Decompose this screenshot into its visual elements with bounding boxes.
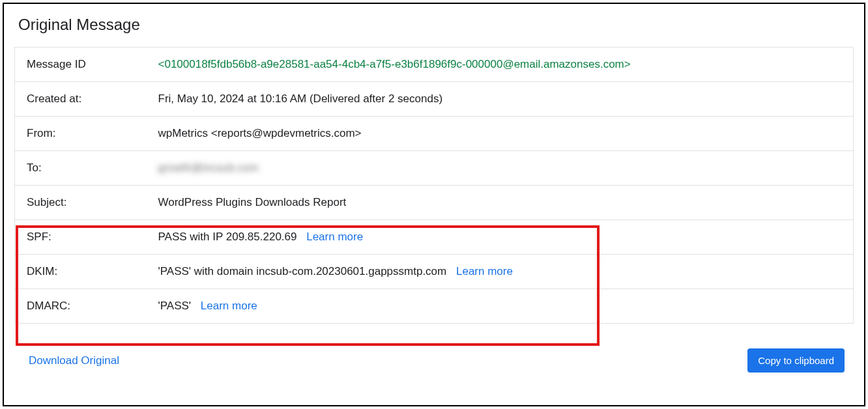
value-dkim-cell: 'PASS' with domain incsub-com.20230601.g… (158, 255, 854, 289)
value-subject: WordPress Plugins Downloads Report (158, 186, 854, 220)
label-dmarc: DMARC: (15, 289, 158, 324)
value-from: wpMetrics <reports@wpdevmetrics.com> (158, 117, 854, 151)
label-created-at: Created at: (15, 82, 158, 117)
value-dkim: 'PASS' with domain incsub-com.20230601.g… (158, 265, 447, 277)
row-spf: SPF: PASS with IP 209.85.220.69 Learn mo… (15, 220, 854, 255)
download-original-link[interactable]: Download Original (29, 354, 119, 367)
label-subject: Subject: (15, 186, 158, 220)
value-to: growth@incsub.com (158, 151, 854, 186)
label-message-id: Message ID (15, 48, 158, 82)
row-to: To: growth@incsub.com (15, 151, 854, 186)
copy-to-clipboard-button[interactable]: Copy to clipboard (747, 348, 845, 373)
learn-more-spf[interactable]: Learn more (306, 231, 363, 243)
row-from: From: wpMetrics <reports@wpdevmetrics.co… (15, 117, 854, 151)
value-to-blurred: growth@incsub.com (158, 162, 259, 174)
value-dmarc-cell: 'PASS' Learn more (158, 289, 854, 324)
value-spf-cell: PASS with IP 209.85.220.69 Learn more (158, 220, 854, 255)
row-dmarc: DMARC: 'PASS' Learn more (15, 289, 854, 324)
row-dkim: DKIM: 'PASS' with domain incsub-com.2023… (15, 255, 854, 289)
message-details-table: Message ID <0100018f5fdb56b8-a9e28581-aa… (14, 47, 854, 324)
value-created-at: Fri, May 10, 2024 at 10:16 AM (Delivered… (158, 82, 854, 117)
row-subject: Subject: WordPress Plugins Downloads Rep… (15, 186, 854, 220)
learn-more-dkim[interactable]: Learn more (456, 265, 513, 277)
row-message-id: Message ID <0100018f5fdb56b8-a9e28581-aa… (15, 48, 854, 82)
label-to: To: (15, 151, 158, 186)
label-dkim: DKIM: (15, 255, 158, 289)
page-title: Original Message (18, 16, 854, 34)
row-created-at: Created at: Fri, May 10, 2024 at 10:16 A… (15, 82, 854, 117)
value-message-id: <0100018f5fdb56b8-a9e28581-aa54-4cb4-a7f… (158, 48, 854, 82)
label-from: From: (15, 117, 158, 151)
original-message-panel: Original Message Message ID <0100018f5fd… (3, 3, 865, 406)
label-spf: SPF: (15, 220, 158, 255)
learn-more-dmarc[interactable]: Learn more (201, 300, 257, 312)
value-spf: PASS with IP 209.85.220.69 (158, 231, 297, 243)
value-dmarc: 'PASS' (158, 300, 192, 312)
actions-bar: Download Original Copy to clipboard (14, 348, 854, 373)
